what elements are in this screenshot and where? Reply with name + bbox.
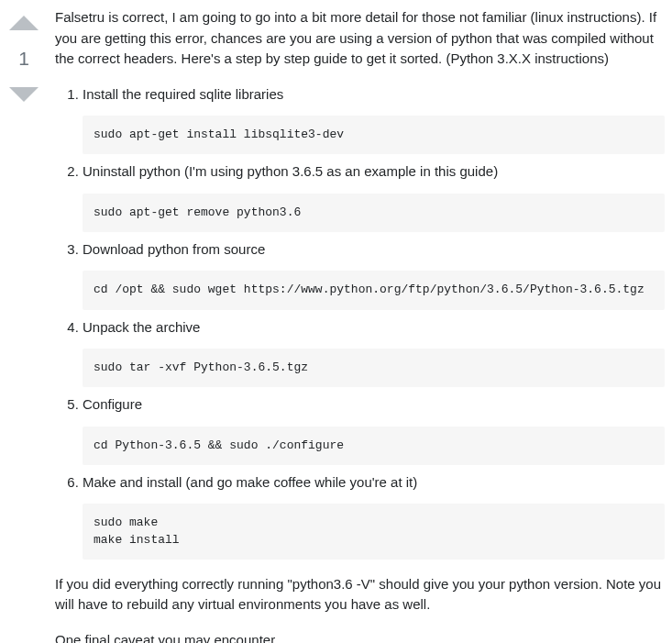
step-text: Configure bbox=[83, 394, 665, 416]
downvote-button[interactable] bbox=[7, 77, 40, 110]
step-code: sudo tar -xvf Python-3.6.5.tgz bbox=[83, 349, 665, 387]
closing-paragraph-2: One final caveat you may encounter. bbox=[55, 630, 665, 643]
step-item: Download python from source cd /opt && s… bbox=[83, 239, 665, 310]
vote-controls: 1 bbox=[7, 7, 40, 643]
step-item: Configure cd Python-3.6.5 && sudo ./conf… bbox=[83, 394, 665, 465]
intro-paragraph: Falsetru is correct, I am going to go in… bbox=[55, 7, 665, 70]
step-text: Make and install (and go make coffee whi… bbox=[83, 472, 665, 493]
step-item: Unpack the archive sudo tar -xvf Python-… bbox=[83, 317, 665, 388]
step-text: Unpack the archive bbox=[83, 317, 665, 338]
step-item: Make and install (and go make coffee whi… bbox=[83, 472, 665, 560]
answer-body: Falsetru is correct, I am going to go in… bbox=[55, 7, 665, 643]
step-code: sudo make make install bbox=[83, 504, 665, 559]
step-code: sudo apt-get remove python3.6 bbox=[83, 194, 665, 232]
upvote-button[interactable] bbox=[7, 7, 40, 40]
answer-post: 1 Falsetru is correct, I am going to go … bbox=[7, 7, 665, 643]
step-text: Install the required sqlite libraries bbox=[83, 84, 665, 105]
vote-count: 1 bbox=[18, 44, 29, 73]
step-item: Install the required sqlite libraries su… bbox=[83, 84, 665, 155]
closing-paragraph-1: If you did everything correctly running … bbox=[55, 574, 665, 615]
step-text: Download python from source bbox=[83, 239, 665, 261]
step-code: cd /opt && sudo wget https://www.python.… bbox=[83, 271, 665, 309]
step-code: sudo apt-get install libsqlite3-dev bbox=[83, 116, 665, 154]
step-text: Uninstall python (I'm using python 3.6.5… bbox=[83, 161, 665, 183]
step-item: Uninstall python (I'm using python 3.6.5… bbox=[83, 161, 665, 232]
step-code: cd Python-3.6.5 && sudo ./configure bbox=[83, 427, 665, 465]
steps-list: Install the required sqlite libraries su… bbox=[83, 84, 665, 560]
